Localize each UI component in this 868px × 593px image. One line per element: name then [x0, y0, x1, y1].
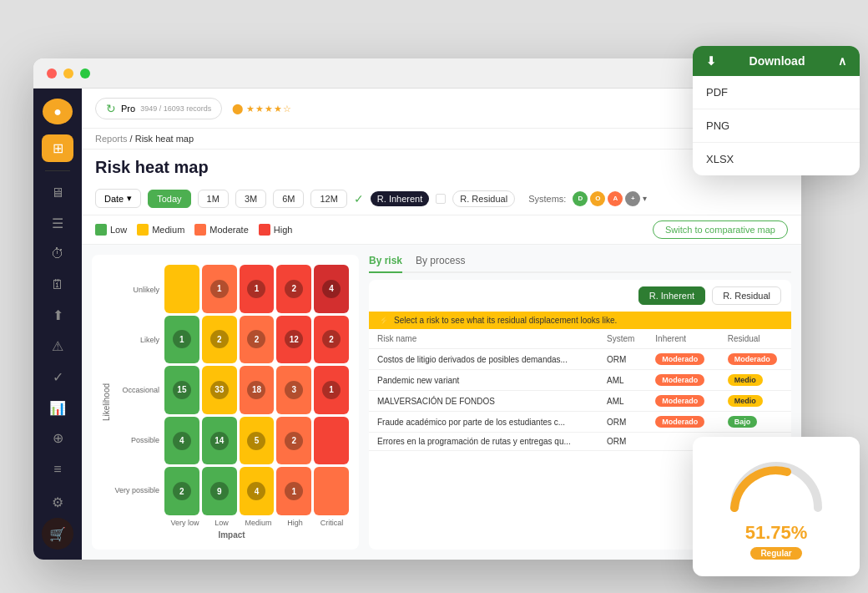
cell-2-3[interactable]: 5 [240, 417, 275, 465]
cell-2-4[interactable]: 2 [276, 417, 311, 465]
systems-chevron-icon[interactable]: ▾ [643, 194, 647, 203]
sidebar-item-settings[interactable]: ⚙ [42, 486, 73, 518]
maximize-dot[interactable] [80, 68, 90, 79]
x-axis-labels: Very low Low Medium High Critical [114, 519, 349, 527]
cell-4-4[interactable]: 12 [276, 316, 311, 364]
y-label-2: Likely [114, 336, 159, 345]
comparative-map-button[interactable]: Switch to comparative map [653, 220, 788, 239]
cell-4-5[interactable]: 2 [314, 316, 349, 364]
view-inherent-button[interactable]: R. Inherent [638, 286, 705, 305]
tab-by-process[interactable]: By process [416, 255, 465, 273]
cell-1-2[interactable]: 9 [202, 467, 237, 515]
table-row[interactable]: Pandemic new variant AML Moderado Medio [369, 370, 791, 391]
sidebar-item-menu[interactable]: ≡ [42, 455, 73, 483]
pro-records: 3949 / 16093 records [140, 104, 211, 113]
residual-tag[interactable]: R. Residual [452, 190, 515, 207]
residual-checkbox[interactable] [436, 194, 446, 204]
inherent-tag[interactable]: R. Inherent [371, 191, 429, 206]
period-6m[interactable]: 6M [273, 190, 304, 208]
col-risk-name: Risk name [369, 329, 598, 349]
cell-1-3[interactable]: 4 [240, 467, 275, 515]
download-header[interactable]: ⬇ Download ∧ [693, 46, 860, 76]
period-1m[interactable]: 1M [198, 190, 229, 208]
gauge-container [726, 454, 826, 512]
y-label-1: Unlikely [114, 286, 159, 295]
period-today[interactable]: Today [148, 190, 190, 208]
cell-1-1[interactable]: 2 [164, 467, 199, 515]
table-row[interactable]: Fraude académico por parte de los estudi… [369, 412, 791, 433]
x-label-3: Medium [241, 519, 275, 527]
sidebar: ● ⊞ 🖥 ☰ ⏱ 🗓 ⬆ ⚠ ✓ 📊 ⊕ ≡ ⚙ 🛒 [33, 89, 82, 560]
sidebar-item-add[interactable]: ⊕ [42, 424, 73, 452]
pro-icon: ↻ [106, 102, 116, 115]
y-axis-title: Likelihood [102, 265, 111, 540]
cell-3-2[interactable]: 33 [202, 366, 237, 414]
cell-5-1[interactable] [164, 265, 199, 313]
y-axis-labels: Very possible Possible Occasional Likely… [114, 265, 164, 515]
col-inherent: Inherent [647, 329, 719, 349]
cell-2-5[interactable] [314, 417, 349, 465]
sidebar-item-upload[interactable]: ⬆ [42, 302, 73, 330]
cell-5-3[interactable]: 1 [240, 265, 275, 313]
download-png[interactable]: PNG [693, 109, 860, 143]
tab-by-risk[interactable]: By risk [369, 255, 402, 273]
cell-3-1[interactable]: 15 [164, 366, 199, 414]
cell-4-1[interactable]: 1 [164, 316, 199, 364]
download-xlsx[interactable]: XLSX [693, 143, 860, 175]
row-3-residual: Medio [719, 391, 791, 412]
minimize-dot[interactable] [63, 68, 73, 79]
legend-medium: Medium [137, 224, 184, 236]
period-3m[interactable]: 3M [235, 190, 266, 208]
heatmap-row-5: 1 1 2 4 [164, 265, 349, 313]
system-dot-4[interactable]: + [625, 191, 640, 206]
cell-3-5[interactable]: 1 [314, 366, 349, 414]
system-dot-1[interactable]: D [573, 191, 588, 206]
gauge-svg [726, 454, 826, 512]
row-3-inherent: Moderado [647, 391, 719, 412]
sidebar-item-list[interactable]: ☰ [42, 210, 73, 237]
col-system: System [598, 329, 647, 349]
sidebar-item-calendar[interactable]: 🗓 [42, 271, 73, 299]
cell-5-4[interactable]: 2 [276, 265, 311, 313]
system-dot-2[interactable]: O [590, 191, 605, 206]
x-label-2: Low [204, 519, 239, 527]
score-card: 51.75% Regular [693, 437, 860, 576]
col-residual: Residual [719, 329, 791, 349]
view-residual-button[interactable]: R. Residual [712, 286, 781, 305]
sidebar-item-monitor[interactable]: 🖥 [42, 180, 73, 207]
breadcrumb-current: Risk heat map [135, 134, 194, 144]
cell-1-5[interactable] [314, 467, 349, 515]
download-pdf[interactable]: PDF [693, 76, 860, 109]
page-title: Risk heat map [95, 158, 788, 177]
sidebar-item-reports[interactable]: 📊 [42, 394, 73, 422]
system-dot-3[interactable]: A [608, 191, 623, 206]
sidebar-item-alert[interactable]: ⚠ [42, 332, 73, 360]
legend-label-high: High [274, 225, 293, 235]
sidebar-item-home[interactable]: ⊞ [42, 134, 73, 162]
cell-4-2[interactable]: 2 [202, 316, 237, 364]
cell-2-1[interactable]: 4 [164, 417, 199, 465]
cell-4-3[interactable]: 2 [240, 316, 275, 364]
cell-1-4[interactable]: 1 [276, 467, 311, 515]
cell-5-2[interactable]: 1 [202, 265, 237, 313]
cell-3-4[interactable]: 3 [276, 366, 311, 414]
sidebar-item-check[interactable]: ✓ [42, 363, 73, 391]
row-2-residual: Medio [719, 370, 791, 391]
sidebar-divider [45, 170, 70, 171]
close-dot[interactable] [47, 68, 57, 79]
date-filter[interactable]: Date ▾ [95, 189, 141, 208]
sidebar-item-clock[interactable]: ⏱ [42, 241, 73, 268]
breadcrumb-parent[interactable]: Reports [95, 134, 128, 144]
table-row[interactable]: Costos de litigio derivados de posibles … [369, 349, 791, 370]
row-3-name: MALVERSACIÓN DE FONDOS [369, 391, 598, 412]
cell-3-3[interactable]: 18 [240, 366, 275, 414]
table-row[interactable]: MALVERSACIÓN DE FONDOS AML Moderado Medi… [369, 391, 791, 412]
row-5-system: ORM [598, 433, 647, 451]
sidebar-item-cart[interactable]: 🛒 [42, 518, 73, 550]
cell-5-5[interactable]: 4 [314, 265, 349, 313]
period-12m[interactable]: 12M [310, 190, 346, 208]
row-4-system: ORM [598, 412, 647, 433]
score-percent: 51.75% [745, 522, 808, 544]
cell-2-2[interactable]: 14 [202, 417, 237, 465]
browser-window: ● ⊞ 🖥 ☰ ⏱ 🗓 ⬆ ⚠ ✓ 📊 ⊕ ≡ ⚙ 🛒 [33, 58, 801, 560]
